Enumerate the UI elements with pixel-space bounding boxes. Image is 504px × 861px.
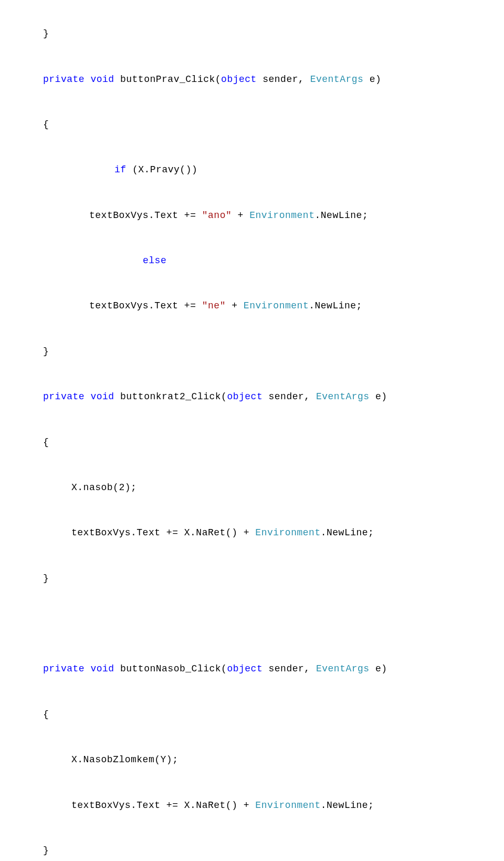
code-line: private void buttonPrav_Click(object sen… (0, 68, 504, 91)
string-literal: "ne" (202, 300, 226, 311)
code-text: sender, (262, 663, 316, 674)
code-text: (X.Pravy()) (127, 164, 198, 175)
code-line: X.NasobZlomkem(Y); (0, 749, 504, 771)
code-line: private void buttonkrat2_Click(object se… (0, 386, 504, 408)
keyword: void (90, 663, 114, 674)
code-line: X.nasob(2); (0, 476, 504, 499)
code-text: + (226, 300, 244, 311)
code-text: buttonNasob_Click( (114, 663, 227, 674)
code-line: else (0, 250, 504, 272)
code-text: sender, (257, 74, 310, 85)
keyword: else (143, 255, 166, 266)
code-line: private void buttonNasob_Click(object se… (0, 658, 504, 680)
keyword: object (227, 663, 262, 674)
keyword: object (221, 74, 257, 85)
code-line: } (0, 340, 504, 363)
code-text: textBoxVys.Text += (89, 300, 202, 311)
type-name: Environment (244, 300, 309, 311)
keyword: object (227, 391, 262, 402)
code-line: } (0, 567, 504, 590)
code-text: .NewLine; (309, 300, 362, 311)
code-text: e) (363, 74, 381, 85)
keyword: void (90, 391, 114, 402)
code-block: } private void buttonPrav_Click(object s… (0, 0, 504, 861)
code-text: .NewLine; (321, 800, 374, 811)
code-text: .NewLine; (321, 527, 374, 538)
code-text: e) (370, 663, 387, 674)
code-text: buttonPrav_Click( (114, 74, 221, 85)
code-line: { (0, 431, 504, 454)
code-text: + (232, 210, 249, 221)
type-name: EventArgs (316, 391, 370, 402)
code-line: textBoxVys.Text += "ano" + Environment.N… (0, 204, 504, 227)
code-line: textBoxVys.Text += X.NaRet() + Environme… (0, 794, 504, 817)
keyword: private (43, 663, 85, 674)
type-name: Environment (255, 527, 320, 538)
type-name: EventArgs (316, 663, 370, 674)
code-line: } (0, 839, 504, 861)
code-line: textBoxVys.Text += "ne" + Environment.Ne… (0, 295, 504, 317)
code-text: .NewLine; (314, 210, 368, 221)
code-text: e) (370, 391, 387, 402)
type-name: EventArgs (310, 74, 364, 85)
code-text: textBoxVys.Text += X.NaRet() + (71, 800, 255, 811)
keyword: if (114, 164, 127, 175)
type-name: Environment (249, 210, 314, 221)
keyword: void (90, 74, 114, 85)
code-line: } (0, 23, 504, 45)
type-name: Environment (255, 800, 320, 811)
keyword: private (43, 391, 85, 402)
code-line: textBoxVys.Text += X.NaRet() + Environme… (0, 522, 504, 544)
string-literal: "ano" (202, 210, 232, 221)
code-line: { (0, 703, 504, 726)
code-line: { (0, 113, 504, 136)
code-text: textBoxVys.Text += (89, 210, 202, 221)
code-text: buttonkrat2_Click( (114, 391, 227, 402)
code-line: if (X.Pravy()) (0, 159, 504, 181)
keyword: private (43, 74, 85, 85)
code-text: sender, (262, 391, 316, 402)
code-text: textBoxVys.Text += X.NaRet() + (71, 527, 255, 538)
